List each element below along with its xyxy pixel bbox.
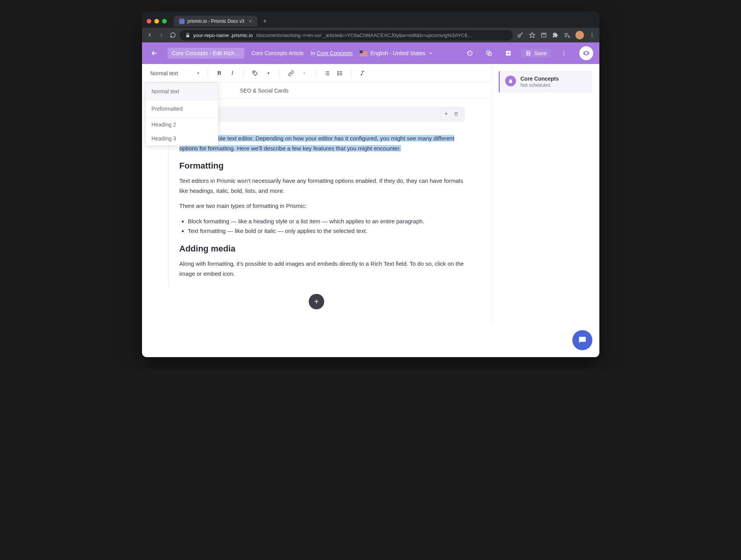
- add-slice-button[interactable]: +: [309, 294, 324, 309]
- nav-forward-icon[interactable]: [158, 32, 164, 38]
- playlist-icon[interactable]: [564, 32, 570, 38]
- preview-button[interactable]: [579, 46, 593, 60]
- url-input[interactable]: your-repo-name .prismic.io/documents/wor…: [180, 30, 513, 40]
- back-button[interactable]: [148, 49, 161, 57]
- heading-formatting: Formatting: [179, 159, 465, 173]
- highlighted-text: ghly-customizable text editor. Depending…: [179, 135, 455, 152]
- svg-point-5: [591, 35, 592, 35]
- history-icon[interactable]: [464, 47, 476, 59]
- window-controls: [147, 19, 167, 24]
- svg-point-13: [563, 53, 564, 54]
- svg-point-18: [338, 74, 338, 75]
- editor-header: Core Concepts - Edit Rich… Core Concepts…: [142, 42, 599, 64]
- svg-point-4: [591, 33, 592, 34]
- heading-adding-media: Adding media: [179, 241, 465, 256]
- intercom-chat-button[interactable]: [572, 330, 592, 350]
- more-options-icon[interactable]: [558, 47, 570, 59]
- svg-point-17: [338, 73, 338, 74]
- profile-avatar[interactable]: [575, 31, 584, 39]
- list-item: Text formatting — like bold or italic — …: [188, 226, 465, 236]
- url-path: /documents/working~l=en-us/ _article&r=Y…: [256, 32, 472, 38]
- slice-actions: [440, 108, 462, 120]
- publish-status-card[interactable]: Core Concepts Not scheduled: [499, 71, 592, 93]
- dropdown-item-heading-2[interactable]: Heading 2: [145, 118, 218, 132]
- svg-point-6: [591, 36, 592, 37]
- drop-icon: [505, 76, 516, 86]
- format-select[interactable]: Normal text ▾: [147, 69, 203, 78]
- prismic-favicon: [179, 19, 184, 24]
- copy-icon[interactable]: [483, 47, 495, 59]
- key-icon[interactable]: [517, 32, 524, 39]
- lock-icon: [185, 33, 190, 38]
- close-tab-icon[interactable]: ×: [249, 18, 252, 24]
- maximize-window-button[interactable]: [162, 19, 167, 24]
- url-host: your-repo-name .prismic.io: [193, 32, 253, 38]
- italic-button[interactable]: I: [227, 67, 238, 79]
- browser-tab[interactable]: prismic.io - Prismic Docs v3 ×: [174, 16, 258, 27]
- overflow-icon[interactable]: [589, 32, 595, 38]
- save-button[interactable]: Save: [521, 49, 551, 58]
- paragraph: There are two main types of formatting i…: [179, 201, 465, 211]
- move-up-icon[interactable]: [442, 110, 450, 118]
- app-body: Normal text ▾ B I ▾ ▾: [142, 64, 599, 357]
- svg-marker-1: [530, 32, 535, 37]
- nav-back-icon[interactable]: [147, 32, 153, 38]
- tab-title: prismic.io - Prismic Docs v3: [188, 19, 244, 24]
- breadcrumb-chip[interactable]: Core Concepts - Edit Rich…: [167, 48, 245, 59]
- svg-rect-2: [541, 33, 546, 37]
- close-window-button[interactable]: [147, 19, 151, 24]
- svg-rect-11: [507, 52, 509, 54]
- collection-link[interactable]: Core Concepts: [316, 50, 352, 56]
- svg-point-16: [338, 71, 338, 72]
- minimize-window-button[interactable]: [154, 19, 159, 24]
- list-item: Block formatting — like a heading style …: [188, 216, 465, 226]
- browser-window: prismic.io - Prismic Docs v3 × + your-re…: [142, 12, 599, 357]
- svg-point-14: [563, 54, 564, 55]
- archive-icon[interactable]: [502, 47, 514, 59]
- dropdown-item-normal-text[interactable]: Normal text: [145, 83, 218, 100]
- label-dropdown-icon[interactable]: ▾: [262, 67, 274, 79]
- right-sidebar: Core Concepts Not scheduled: [491, 64, 599, 325]
- translate-icon[interactable]: [541, 32, 547, 38]
- svg-rect-3: [542, 34, 545, 35]
- main-column: Normal text ▾ B I ▾ ▾: [142, 64, 491, 325]
- sidebar-status: Not scheduled: [521, 83, 559, 88]
- label-button[interactable]: [249, 67, 261, 79]
- link-button[interactable]: [285, 67, 297, 79]
- rich-text-content[interactable]: ghly-customizable text editor. Depending…: [168, 131, 465, 286]
- sidebar-title: Core Concepts: [521, 76, 559, 82]
- extensions-icon[interactable]: [552, 32, 558, 38]
- unordered-list-button[interactable]: [334, 67, 346, 79]
- delete-icon[interactable]: [452, 110, 460, 118]
- us-flag-icon: [360, 51, 367, 56]
- new-tab-button[interactable]: +: [263, 17, 267, 25]
- clear-format-button[interactable]: [357, 67, 369, 79]
- address-bar: your-repo-name .prismic.io/documents/wor…: [142, 28, 599, 42]
- ordered-list-button[interactable]: [321, 67, 333, 79]
- dropdown-item-preformatted[interactable]: Preformatted: [145, 100, 218, 118]
- tab-seo-social[interactable]: SEO & Social Cards: [239, 84, 289, 98]
- article-title-label: Core Concepts Article: [251, 50, 303, 56]
- reload-icon[interactable]: [170, 32, 176, 38]
- language-switcher[interactable]: English - United States: [360, 50, 433, 56]
- svg-point-12: [563, 51, 564, 52]
- paragraph: Along with formatting, it's possible to …: [179, 259, 465, 278]
- editor-toolbar: Normal text ▾ B I ▾ ▾: [142, 64, 491, 83]
- paragraph: Text editors in Prismic won't necessaril…: [179, 176, 465, 196]
- svg-point-0: [518, 35, 520, 37]
- bold-button[interactable]: B: [213, 67, 225, 79]
- svg-point-15: [254, 72, 254, 73]
- caret-down-icon: ▾: [197, 71, 199, 75]
- browser-tabbar: prismic.io - Prismic Docs v3 × +: [142, 12, 599, 28]
- star-icon[interactable]: [529, 32, 535, 38]
- format-dropdown: Normal text Preformatted Heading 2 Headi…: [145, 83, 218, 146]
- in-collection: In Core Concepts: [311, 50, 353, 56]
- dropdown-item-heading-3[interactable]: Heading 3: [145, 132, 218, 145]
- link-dropdown-icon[interactable]: ▾: [298, 67, 310, 79]
